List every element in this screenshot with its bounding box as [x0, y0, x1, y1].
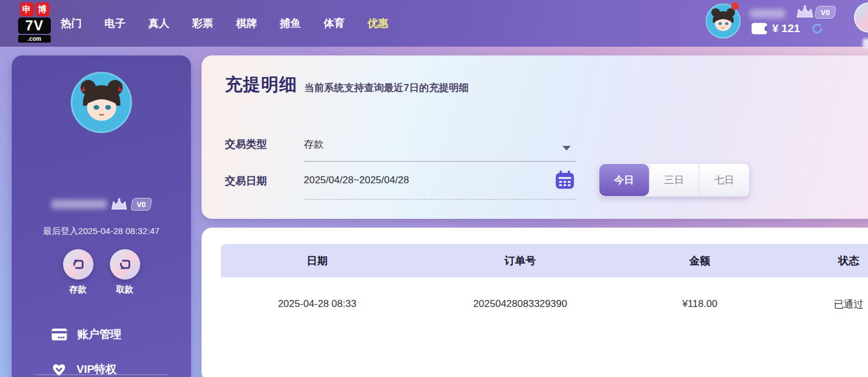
quick-actions: 存款 取款: [12, 249, 191, 295]
cell-status: 已通过: [773, 298, 868, 311]
refresh-icon[interactable]: [811, 22, 824, 35]
sidebar-item-label: 账户管理: [77, 327, 121, 342]
header-date: 日期: [221, 254, 414, 268]
sidebar-item-account[interactable]: 账户管理: [12, 317, 191, 352]
nav-item-lottery[interactable]: 彩票: [192, 16, 213, 30]
date-field-underline: [304, 199, 575, 200]
deposit-button[interactable]: 存款: [63, 249, 93, 295]
sidebar-divider: [35, 374, 168, 375]
table-row: 2025-04-28 08:33 20250428083329390 ¥118.…: [221, 277, 868, 331]
balance-amount: ¥ 121: [772, 22, 800, 35]
nav-item-live[interactable]: 真人: [148, 16, 169, 30]
page-title: 充提明细: [225, 73, 297, 97]
logo-com: .com: [18, 35, 51, 43]
blurred-username: [51, 200, 107, 209]
cell-date: 2025-04-28 08:33: [221, 298, 414, 310]
chevron-down-icon: [563, 146, 571, 151]
avatar-illustration: [72, 74, 131, 132]
logo-cn-row: 申 博: [20, 2, 50, 16]
nav-item-hot[interactable]: 热门: [61, 16, 82, 30]
nav-item-cards[interactable]: 棋牌: [236, 16, 257, 30]
table-header-row: 日期 订单号 金额 状态: [221, 244, 868, 277]
last-login-text: 最后登入2025-04-28 08:32:47: [12, 226, 191, 237]
vip-badge-top: V0: [796, 5, 835, 19]
cell-order-number: 20250428083329390: [414, 298, 627, 310]
transaction-date-input[interactable]: 2025/04/28~2025/04/28: [304, 174, 409, 186]
top-nav-bar: 申 博 7V .com 热门 电子 真人 彩票 棋牌 捕鱼 体育 优惠: [0, 0, 868, 47]
bank-card-icon: [51, 328, 67, 341]
results-table: 日期 订单号 金额 状态 2025-04-28 08:33 2025042808…: [221, 244, 868, 331]
title-row: 充提明细 当前系统支持查询最近7日的充提明细: [225, 73, 468, 97]
withdraw-icon: [110, 249, 140, 280]
customer-service-button[interactable]: [854, 2, 868, 33]
main-nav-menu: 热门 电子 真人 彩票 棋牌 捕鱼 体育 优惠: [61, 0, 388, 47]
logo-7v: 7V: [18, 18, 51, 34]
filter-panel: 充提明细 当前系统支持查询最近7日的充提明细 交易类型 存款 交易日期 2025…: [202, 55, 868, 219]
range-7day-button[interactable]: 七日: [699, 164, 749, 196]
crown-icon: [110, 197, 128, 211]
header-amount: 金额: [627, 254, 773, 268]
wallet-icon: [751, 22, 768, 35]
nav-item-slots[interactable]: 电子: [105, 16, 126, 30]
notification-dot: [731, 2, 739, 10]
range-3day-button[interactable]: 三日: [649, 164, 699, 196]
sidebar-avatar[interactable]: [71, 72, 132, 133]
header-order-number: 订单号: [414, 254, 627, 268]
transaction-type-select[interactable]: 存款: [304, 138, 324, 151]
crown-icon: [796, 5, 814, 19]
type-field-underline: [304, 161, 575, 162]
sidebar-username-row: V0: [12, 197, 191, 211]
site-logo[interactable]: 申 博 7V .com: [12, 2, 57, 43]
nav-item-promos[interactable]: 优惠: [367, 16, 388, 30]
nav-item-fishing[interactable]: 捕鱼: [280, 16, 301, 30]
header-status: 状态: [773, 254, 868, 268]
page-root: 申 博 7V .com 热门 电子 真人 彩票 棋牌 捕鱼 体育 优惠: [0, 0, 868, 377]
user-sidebar: V0 最后登入2025-04-28 08:32:47 存款: [12, 55, 191, 377]
balance-row: ¥ 121: [751, 22, 824, 35]
vip-level-tag: V0: [814, 6, 836, 19]
sidebar-menu: 账户管理 VIP特权 红利红包: [12, 317, 191, 377]
withdraw-label: 取款: [116, 284, 134, 295]
transaction-date-label: 交易日期: [225, 174, 267, 188]
deposit-label: 存款: [70, 284, 87, 295]
sidebar-item-vip[interactable]: VIP特权: [12, 352, 191, 377]
customer-service-label: [863, 39, 868, 48]
deposit-icon: [63, 249, 93, 280]
calendar-icon[interactable]: [554, 170, 575, 192]
page-subtitle: 当前系统支持查询最近7日的充提明细: [304, 81, 468, 97]
range-today-button[interactable]: 今日: [599, 164, 649, 196]
cell-amount: ¥118.00: [627, 298, 773, 310]
transaction-type-label: 交易类型: [225, 137, 267, 151]
logo-cn-right: 博: [36, 2, 50, 16]
vip-level-tag: V0: [130, 198, 152, 211]
nav-item-sports[interactable]: 体育: [324, 16, 345, 30]
main-content: 充提明细 当前系统支持查询最近7日的充提明细 交易类型 存款 交易日期 2025…: [202, 55, 868, 377]
withdraw-button[interactable]: 取款: [110, 249, 140, 295]
results-panel: 日期 订单号 金额 状态 2025-04-28 08:33 2025042808…: [202, 228, 868, 377]
blurred-username: [750, 9, 785, 18]
date-range-toggle: 今日 三日 七日: [599, 163, 749, 197]
logo-cn-left: 申: [20, 2, 34, 16]
